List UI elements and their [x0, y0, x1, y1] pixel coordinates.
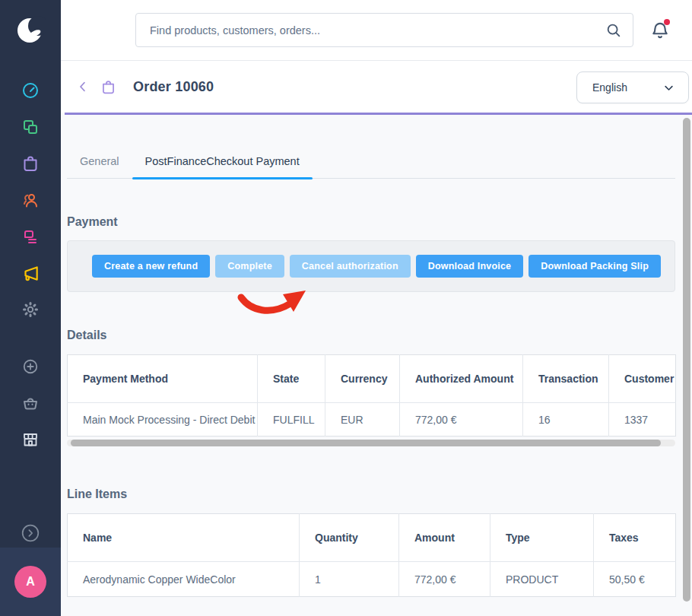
global-search[interactable]: [135, 13, 633, 47]
complete-button[interactable]: Complete: [215, 255, 284, 278]
details-horizontal-scrollbar[interactable]: [71, 440, 661, 446]
sidebar-item-customers[interactable]: [0, 182, 61, 218]
line-items-table: Name Quantity Amount Type Taxes Aerodyna…: [67, 513, 676, 597]
sidebar-expand[interactable]: [0, 523, 61, 543]
back-button[interactable]: [76, 80, 90, 94]
main-area: Order 10060 English General PostFinanceC…: [61, 0, 692, 616]
sidebar-footer: A: [0, 548, 61, 616]
tab-bar: General PostFinanceCheckout Payment: [67, 148, 675, 179]
payment-heading: Payment: [67, 215, 692, 229]
shopping-bag-icon: [21, 154, 40, 173]
vertical-scrollbar[interactable]: [683, 118, 690, 602]
col-state: State: [258, 355, 325, 403]
sidebar-item-content[interactable]: [0, 218, 61, 255]
shopware-logo-icon: [15, 15, 46, 46]
cell-transaction: 16: [523, 403, 609, 437]
col-type: Type: [490, 514, 594, 562]
megaphone-icon: [21, 263, 40, 283]
cell-currency: EUR: [325, 403, 400, 437]
topbar: [61, 0, 692, 61]
category-list-icon: [21, 227, 40, 246]
notification-dot: [664, 19, 670, 25]
col-authorized-amount: Authorized Amount: [400, 355, 523, 403]
details-table: Payment Method State Currency Authorized…: [67, 354, 676, 437]
gear-icon: [21, 300, 40, 319]
stacked-squares-icon: [21, 118, 40, 136]
col-transaction: Transaction: [523, 355, 609, 403]
cell-state: FULFILL: [258, 403, 325, 437]
basket-icon: [21, 394, 40, 412]
cell-quantity: 1: [300, 562, 399, 597]
speedometer-icon: [21, 81, 40, 100]
shopware-logo[interactable]: [15, 0, 46, 61]
col-quantity: Quantity: [300, 514, 399, 562]
app-window: A: [0, 0, 692, 616]
col-amount: Amount: [399, 514, 490, 562]
col-taxes: Taxes: [594, 514, 676, 562]
sidebar-item-extensions[interactable]: [0, 385, 61, 421]
cell-name: Aerodynamic Copper WideColor: [68, 562, 300, 597]
cell-payment-method: Main Mock Processing - Direct Debit: [68, 403, 258, 437]
sidebar-item-settings[interactable]: [0, 291, 61, 328]
tab-general[interactable]: General: [67, 148, 132, 178]
cell-customer: 1337: [609, 403, 676, 437]
cancel-authorization-button[interactable]: Cancel authorization: [290, 255, 411, 278]
col-name: Name: [68, 514, 300, 562]
users-icon: [21, 191, 40, 209]
cell-amount: 772,00 €: [399, 562, 490, 597]
chevron-right-circle-icon: [21, 523, 40, 543]
sidebar-item-dashboard[interactable]: [0, 72, 61, 109]
cell-authorized-amount: 772,00 €: [400, 403, 523, 437]
sidebar-item-marketing[interactable]: [0, 255, 61, 291]
content-area: General PostFinanceCheckout Payment Paym…: [61, 115, 692, 616]
col-currency: Currency: [325, 355, 400, 403]
language-selected-value: English: [592, 81, 627, 94]
line-items-heading: Line Items: [67, 487, 692, 501]
details-header-row: Payment Method State Currency Authorized…: [68, 355, 676, 403]
details-horizontal-scrollbar-track: [67, 440, 675, 446]
shopping-bag-icon: [100, 79, 116, 95]
magnifier-icon[interactable]: [605, 22, 622, 39]
sidebar-item-products[interactable]: [0, 109, 61, 145]
cell-taxes: 50,50 €: [594, 562, 676, 597]
language-select[interactable]: English: [576, 71, 689, 103]
tab-postfinancecheckout-payment[interactable]: PostFinanceCheckout Payment: [132, 148, 313, 178]
plus-circle-icon: [22, 358, 39, 375]
col-payment-method: Payment Method: [68, 355, 258, 403]
details-heading: Details: [67, 329, 692, 342]
sidebar-item-orders[interactable]: [0, 145, 61, 182]
order-entity-icon-wrap: [100, 79, 116, 95]
line-items-header-row: Name Quantity Amount Type Taxes: [68, 514, 676, 562]
download-invoice-button[interactable]: Download Invoice: [416, 255, 523, 278]
create-refund-button[interactable]: Create a new refund: [92, 255, 210, 278]
page-title: Order 10060: [133, 79, 214, 95]
sidebar-item-storefront[interactable]: [0, 421, 61, 458]
notification-center[interactable]: [650, 20, 670, 41]
search-input[interactable]: [150, 24, 605, 37]
details-row: Main Mock Processing - Direct Debit FULF…: [68, 403, 676, 437]
line-item-row: Aerodynamic Copper WideColor 1 772,00 € …: [68, 562, 676, 597]
download-packing-slip-button[interactable]: Download Packing Slip: [529, 255, 661, 278]
payment-actions-panel: Create a new refund Complete Cancel auth…: [67, 240, 675, 292]
sidebar-item-add-new[interactable]: [0, 348, 61, 385]
user-avatar[interactable]: A: [14, 566, 46, 598]
cell-type: PRODUCT: [490, 562, 594, 597]
sidebar-nav: [0, 72, 61, 328]
storefront-icon: [21, 430, 40, 449]
chevron-down-icon: [663, 82, 675, 94]
col-customer: Customer: [609, 355, 676, 403]
sidebar-secondary-nav: [0, 348, 61, 458]
chevron-left-icon: [76, 80, 90, 94]
sidebar: A: [0, 0, 61, 616]
